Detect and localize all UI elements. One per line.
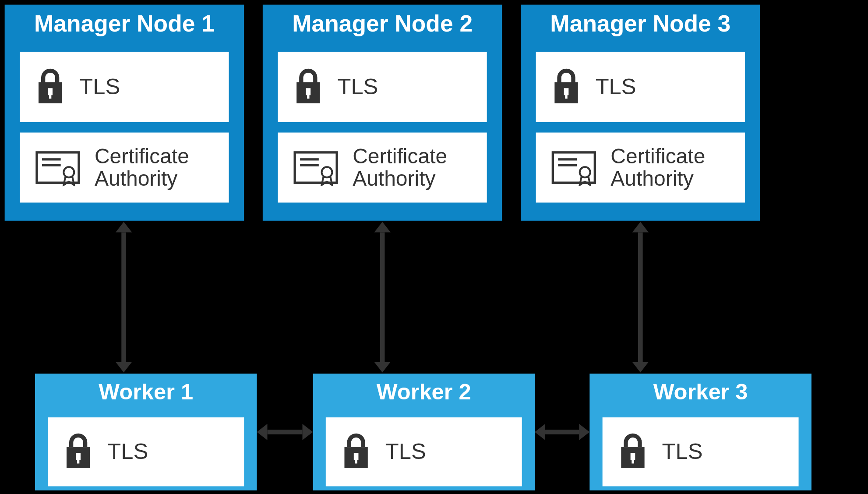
manager-node-1: Manager Node 1 TLS: [5, 5, 244, 221]
manager-1-ca-label: Certificate Authority: [95, 145, 189, 190]
manager-node-3: Manager Node 3 TLS: [521, 5, 760, 221]
lock-icon: [293, 68, 323, 106]
manager-2-tls-label: TLS: [337, 75, 378, 99]
arrow-m3-w3: [638, 233, 643, 362]
ca-line2: Authority: [610, 166, 693, 191]
manager-1-tls-label: TLS: [79, 75, 120, 99]
arrow-w1-w2: [268, 430, 303, 434]
manager-node-2: Manager Node 2 TLS: [263, 5, 502, 221]
svg-rect-16: [565, 94, 567, 99]
ca-line1: Certificate: [95, 145, 189, 169]
worker-3-tls-slot: TLS: [603, 417, 799, 486]
worker-node-1: Worker 1 TLS: [35, 374, 257, 490]
manager-2-ca-label: Certificate Authority: [353, 145, 447, 190]
ca-line2: Authority: [95, 166, 177, 191]
manager-3-title: Manager Node 3: [521, 5, 760, 42]
worker-3-tls-label: TLS: [662, 440, 703, 463]
svg-rect-2: [49, 94, 51, 99]
manager-2-ca-slot: Certificate Authority: [278, 133, 487, 203]
svg-point-13: [321, 167, 332, 177]
manager-2-title: Manager Node 2: [263, 5, 502, 42]
svg-rect-29: [632, 459, 634, 464]
lock-icon: [551, 68, 581, 106]
manager-3-ca-label: Certificate Authority: [610, 145, 705, 190]
arrow-m1-w1: [121, 233, 126, 362]
lock-icon: [63, 433, 93, 470]
ca-line1: Certificate: [610, 145, 705, 169]
certificate-icon: [551, 149, 596, 186]
worker-1-title: Worker 1: [35, 374, 257, 409]
worker-3-title: Worker 3: [589, 374, 812, 409]
lock-icon: [617, 433, 648, 470]
svg-point-20: [580, 167, 590, 177]
worker-1-tls-label: TLS: [107, 440, 148, 463]
svg-rect-26: [355, 459, 357, 464]
manager-1-ca-slot: Certificate Authority: [20, 133, 229, 203]
worker-1-tls-slot: TLS: [48, 417, 244, 486]
manager-2-tls-slot: TLS: [278, 52, 487, 122]
worker-node-2: Worker 2 TLS: [313, 374, 535, 490]
certificate-icon: [35, 149, 81, 186]
diagram-stage: Manager Node 1 TLS: [0, 0, 868, 494]
worker-2-tls-label: TLS: [385, 440, 426, 463]
ca-line1: Certificate: [353, 145, 447, 169]
svg-rect-9: [307, 94, 309, 99]
worker-node-3: Worker 3 TLS: [589, 374, 812, 490]
manager-3-ca-slot: Certificate Authority: [536, 133, 745, 203]
manager-3-tls-slot: TLS: [536, 52, 745, 122]
svg-point-6: [64, 167, 74, 177]
worker-2-title: Worker 2: [313, 374, 535, 409]
worker-2-tls-slot: TLS: [326, 417, 522, 486]
svg-rect-23: [77, 459, 79, 464]
lock-icon: [341, 433, 371, 470]
arrow-m2-w2: [380, 233, 385, 362]
manager-1-title: Manager Node 1: [5, 5, 244, 42]
manager-1-tls-slot: TLS: [20, 52, 229, 122]
ca-line2: Authority: [353, 166, 435, 191]
manager-3-tls-label: TLS: [596, 75, 636, 99]
lock-icon: [35, 68, 65, 106]
arrow-w2-w3: [545, 430, 579, 434]
certificate-icon: [293, 149, 339, 186]
